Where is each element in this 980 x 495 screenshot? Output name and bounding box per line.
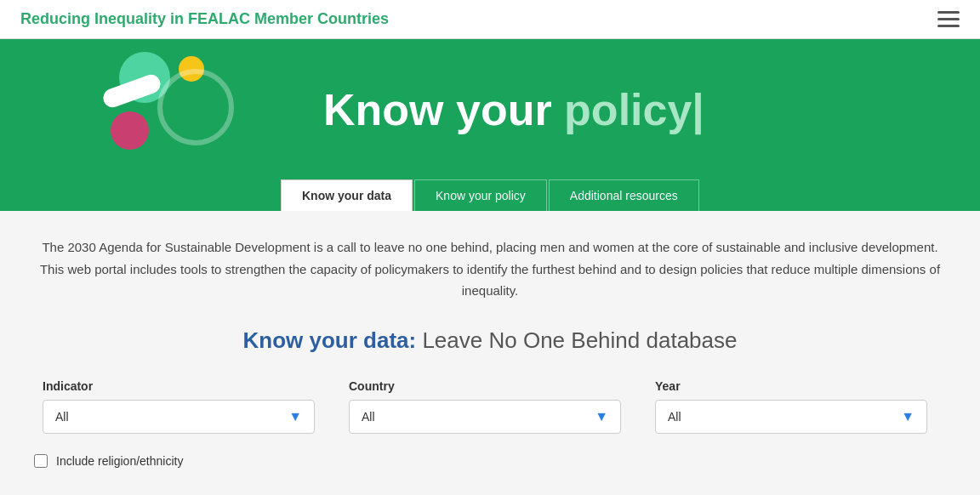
main-content: The 2030 Agenda for Sustainable Developm… — [0, 211, 980, 495]
tab-know-your-policy[interactable]: Know your policy — [414, 179, 547, 211]
tab-know-your-data[interactable]: Know your data — [281, 179, 413, 211]
decorative-shape-outline — [157, 69, 234, 145]
indicator-select[interactable]: All ▼ — [43, 400, 315, 434]
year-select[interactable]: All ▼ — [655, 400, 927, 434]
tab-navigation: Know your data Know your policy Addition… — [0, 179, 980, 211]
country-dropdown-icon: ▼ — [595, 409, 608, 424]
menu-button[interactable] — [937, 11, 960, 27]
country-value: All — [362, 410, 375, 424]
country-filter-group: Country All ▼ — [349, 379, 621, 434]
hero-banner: Know your policy| — [0, 39, 980, 179]
section-title: Know your data: Leave No One Behind data… — [34, 327, 946, 354]
site-header: Reducing Inequality in FEALAC Member Cou… — [0, 0, 980, 39]
banner-text-know-your: Know your — [323, 85, 564, 134]
country-select[interactable]: All ▼ — [349, 400, 621, 434]
indicator-label: Indicator — [43, 379, 315, 393]
section-title-bold: Know your data: — [243, 327, 417, 353]
section-title-normal: Leave No One Behind database — [416, 327, 737, 353]
banner-text-policy: policy| — [564, 85, 704, 134]
indicator-filter-group: Indicator All ▼ — [43, 379, 315, 434]
indicator-value: All — [55, 410, 69, 424]
intro-paragraph: The 2030 Agenda for Sustainable Developm… — [39, 236, 941, 302]
year-dropdown-icon: ▼ — [901, 409, 914, 424]
religion-ethnicity-row: Include religion/ethnicity — [34, 454, 946, 468]
banner-headline: Know your policy| — [323, 84, 704, 135]
decorative-shape-pink — [111, 111, 149, 150]
site-title[interactable]: Reducing Inequality in FEALAC Member Cou… — [20, 10, 389, 28]
year-label: Year — [655, 379, 927, 393]
tab-additional-resources[interactable]: Additional resources — [549, 179, 699, 211]
year-filter-group: Year All ▼ — [655, 379, 927, 434]
filter-bar: Indicator All ▼ Country All ▼ Year All ▼ — [34, 379, 946, 434]
country-label: Country — [349, 379, 621, 393]
year-value: All — [668, 410, 681, 424]
religion-ethnicity-label[interactable]: Include religion/ethnicity — [56, 454, 183, 468]
religion-ethnicity-checkbox[interactable] — [34, 454, 48, 468]
indicator-dropdown-icon: ▼ — [288, 409, 302, 424]
